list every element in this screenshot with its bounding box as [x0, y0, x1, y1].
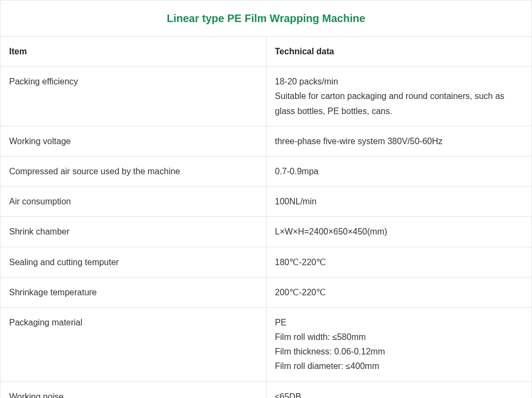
table-row: Shrink chamberL×W×H=2400×650×450(mm) — [1, 217, 532, 247]
data-line: ≤65DB — [275, 389, 523, 398]
table-title: Linear type PE Film Wrapping Machine — [1, 1, 532, 37]
data-cell: 0.7-0.9mpa — [266, 156, 532, 186]
item-cell: Compressed air source used by the machin… — [1, 156, 267, 186]
data-cell: L×W×H=2400×650×450(mm) — [266, 217, 532, 247]
item-cell: Shrinkage temperature — [1, 277, 267, 307]
data-line: 18-20 packs/min — [275, 74, 523, 89]
spec-table-container: Linear type PE Film Wrapping Machine Ite… — [0, 0, 532, 398]
data-line: three-phase five-wire system 380V/50-60H… — [275, 134, 523, 148]
table-row: Packaging materialPEFilm roll width: ≤58… — [1, 307, 532, 381]
item-cell: Sealing and cutting temputer — [1, 247, 267, 277]
item-cell: Packaging material — [1, 307, 267, 381]
data-line: Film roll width: ≤580mm — [275, 330, 523, 344]
table-row: Working voltagethree-phase five-wire sys… — [1, 126, 532, 156]
data-cell: 180℃-220℃ — [266, 247, 532, 277]
table-row: Air consumption100NL/min — [1, 187, 532, 217]
table-row: Packing efficiency18-20 packs/minSuitabl… — [1, 67, 532, 126]
data-line: L×W×H=2400×650×450(mm) — [275, 224, 523, 239]
item-cell: Shrink chamber — [1, 217, 267, 247]
data-cell: ≤65DB — [266, 381, 532, 398]
data-line: 100NL/min — [275, 194, 523, 209]
data-line: Film roll diameter: ≤400mm — [275, 359, 523, 373]
data-cell: three-phase five-wire system 380V/50-60H… — [266, 126, 532, 156]
data-line: PE — [275, 315, 523, 330]
spec-table: Linear type PE Film Wrapping Machine Ite… — [0, 0, 532, 398]
data-line: Film thickness: 0.06-0.12mm — [275, 344, 523, 359]
header-item: Item — [1, 37, 267, 67]
data-line: 0.7-0.9mpa — [275, 164, 523, 179]
item-cell: Working voltage — [1, 126, 267, 156]
table-row: Shrinkage temperature200℃-220℃ — [1, 277, 532, 307]
data-cell: 200℃-220℃ — [266, 277, 532, 307]
header-row: Item Technical data — [1, 37, 532, 67]
spec-table-body: Linear type PE Film Wrapping Machine Ite… — [1, 1, 532, 399]
table-row: Compressed air source used by the machin… — [1, 156, 532, 186]
item-cell: Packing efficiency — [1, 67, 267, 126]
item-cell: Working noise — [1, 381, 267, 398]
data-line: 180℃-220℃ — [275, 255, 523, 269]
data-cell: PEFilm roll width: ≤580mmFilm thickness:… — [266, 307, 532, 381]
item-cell: Air consumption — [1, 187, 267, 217]
title-row: Linear type PE Film Wrapping Machine — [1, 1, 532, 37]
header-data: Technical data — [266, 37, 532, 67]
table-row: Working noise≤65DB — [1, 381, 532, 398]
data-line: Suitable for carton packaging and round … — [275, 89, 523, 118]
data-cell: 18-20 packs/minSuitable for carton packa… — [266, 67, 532, 126]
data-cell: 100NL/min — [266, 187, 532, 217]
data-line: 200℃-220℃ — [275, 285, 523, 300]
table-row: Sealing and cutting temputer180℃-220℃ — [1, 247, 532, 277]
